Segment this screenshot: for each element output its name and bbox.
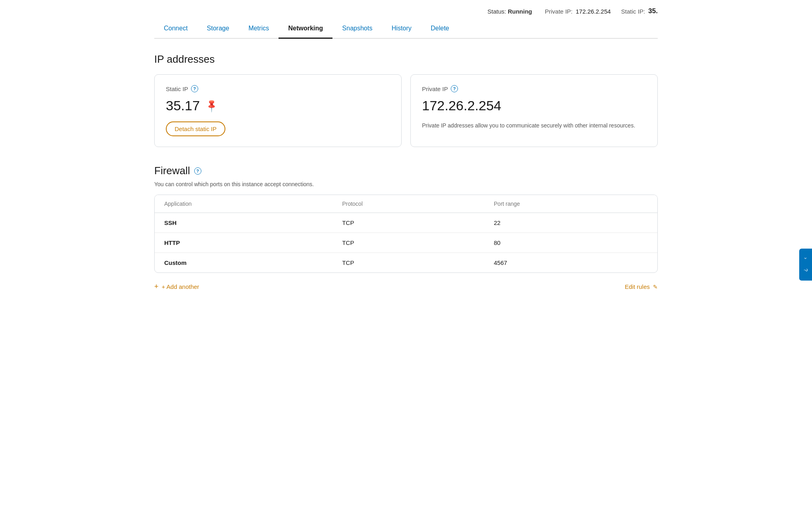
static-ip-value: 35.17 <box>166 98 200 113</box>
pin-icon[interactable]: 📌 <box>204 98 219 113</box>
cell-protocol: TCP <box>332 253 484 273</box>
table-row: Custom TCP 4567 <box>155 253 657 273</box>
plus-icon: + <box>154 282 159 291</box>
tab-networking[interactable]: Networking <box>279 19 332 39</box>
cell-application: HTTP <box>155 233 332 253</box>
cell-port-range: 80 <box>484 233 657 253</box>
cell-port-range: 22 <box>484 213 657 233</box>
firewall-description: You can control which ports on this inst… <box>154 181 658 187</box>
private-ip-value-row: 172.26.2.254 <box>422 98 646 113</box>
private-ip-description: Private IP addresses allow you to commun… <box>422 121 646 130</box>
firewall-table-wrapper: Application Protocol Port range SSH TCP … <box>154 195 658 273</box>
detach-static-ip-button[interactable]: Detach static IP <box>166 121 225 136</box>
static-ip-card-label: Static IP ? <box>166 85 390 92</box>
col-port-range: Port range <box>484 195 657 213</box>
table-row: SSH TCP 22 <box>155 213 657 233</box>
tabs-nav: Connect Storage Metrics Networking Snaps… <box>154 19 658 39</box>
private-ip-value: 172.26.2.254 <box>422 98 502 113</box>
private-ip-card-label: Private IP ? <box>422 85 646 92</box>
private-ip-card: Private IP ? 172.26.2.254 Private IP add… <box>410 74 658 147</box>
static-ip-value-row: 35.17 📌 <box>166 98 390 113</box>
private-ip-label: Private IP: <box>545 8 573 15</box>
col-protocol: Protocol <box>332 195 484 213</box>
cell-application: SSH <box>155 213 332 233</box>
firewall-heading-row: Firewall ? <box>154 165 658 177</box>
ip-cards-row: Static IP ? 35.17 📌 Detach static IP Pri… <box>154 74 658 147</box>
private-ip-help-icon[interactable]: ? <box>451 85 458 92</box>
static-ip-help-icon[interactable]: ? <box>191 85 198 92</box>
firewall-help-icon[interactable]: ? <box>194 167 201 175</box>
static-ip-label: Static IP <box>166 86 188 92</box>
main-content: IP addresses Static IP ? 35.17 📌 Detach … <box>154 39 658 309</box>
tab-connect[interactable]: Connect <box>154 19 197 39</box>
cell-protocol: TCP <box>332 213 484 233</box>
status-text: Status: Running <box>488 8 532 15</box>
tab-delete[interactable]: Delete <box>421 19 459 39</box>
ip-addresses-heading: IP addresses <box>154 53 658 66</box>
table-footer: + + Add another Edit rules ✎ <box>154 280 658 293</box>
status-value: Running <box>508 8 532 15</box>
edit-rules-button[interactable]: Edit rules ✎ <box>625 283 658 290</box>
tab-storage[interactable]: Storage <box>197 19 239 39</box>
status-label: Status: <box>488 8 506 15</box>
add-another-label: + Add another <box>162 283 199 290</box>
cell-port-range: 4567 <box>484 253 657 273</box>
private-ip-value: 172.26.2.254 <box>576 8 611 15</box>
cell-protocol: TCP <box>332 233 484 253</box>
tab-metrics[interactable]: Metrics <box>239 19 279 39</box>
tab-history[interactable]: History <box>382 19 421 39</box>
status-bar: Status: Running Private IP: 172.26.2.254… <box>154 0 658 19</box>
firewall-heading: Firewall <box>154 165 190 177</box>
static-ip-card: Static IP ? 35.17 📌 Detach static IP <box>154 74 402 147</box>
firewall-table: Application Protocol Port range SSH TCP … <box>155 195 657 272</box>
tab-snapshots[interactable]: Snapshots <box>332 19 382 39</box>
col-application: Application <box>155 195 332 213</box>
side-panel: › ? <box>799 249 812 280</box>
table-row: HTTP TCP 80 <box>155 233 657 253</box>
side-panel-item-2[interactable]: ? <box>803 266 809 274</box>
edit-icon: ✎ <box>653 284 658 290</box>
side-panel-item-1[interactable]: › <box>803 255 809 261</box>
private-ip-label: Private IP <box>422 86 448 92</box>
ip-info: Private IP: 172.26.2.254 Static IP: 35. <box>545 7 658 15</box>
static-ip-header-value: 35. <box>648 7 658 15</box>
static-ip-header-label: Static IP: <box>621 8 645 15</box>
cell-application: Custom <box>155 253 332 273</box>
edit-rules-label: Edit rules <box>625 283 650 290</box>
add-another-button[interactable]: + + Add another <box>154 282 199 291</box>
